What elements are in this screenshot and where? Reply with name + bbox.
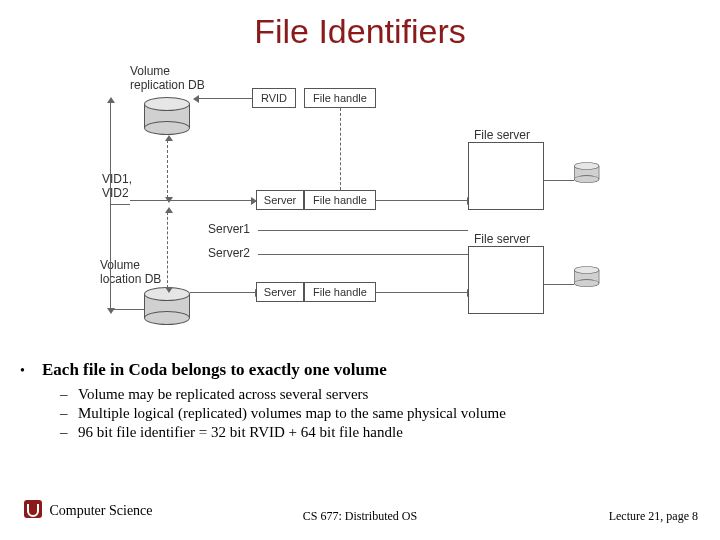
dashed-line bbox=[167, 140, 168, 198]
bullet-sub: 96 bit file identifier = 32 bit RVID + 6… bbox=[60, 424, 700, 441]
bullet-sub: Multiple logical (replicated) volumes ma… bbox=[60, 405, 700, 422]
cylinder-icon bbox=[574, 166, 599, 179]
bullet-list: Each file in Coda belongs to exactly one… bbox=[20, 360, 700, 443]
label-volume-rep-db: Volume replication DB bbox=[130, 64, 220, 93]
cylinder-icon bbox=[144, 104, 190, 128]
file-server-box bbox=[468, 142, 544, 210]
label-server1: Server1 bbox=[208, 222, 250, 236]
cylinder-icon bbox=[144, 294, 190, 318]
server-box: Server bbox=[256, 282, 304, 302]
file-handle-box: File handle bbox=[304, 190, 376, 210]
connector bbox=[110, 204, 111, 309]
dashed-line bbox=[340, 108, 341, 190]
connector bbox=[376, 200, 468, 201]
label-server2: Server2 bbox=[208, 246, 250, 260]
umass-logo-icon bbox=[22, 498, 44, 524]
connector bbox=[258, 254, 468, 255]
file-server-box bbox=[468, 246, 544, 314]
footer-course: CS 677: Distributed OS bbox=[303, 509, 417, 524]
cylinder-icon bbox=[574, 270, 599, 283]
label-vid: VID1, VID2 bbox=[102, 172, 132, 201]
connector bbox=[544, 180, 574, 181]
footer-dept: Computer Science bbox=[50, 503, 153, 519]
footer-lecture: Lecture 21, page 8 bbox=[609, 509, 698, 524]
connector bbox=[110, 204, 130, 205]
label-file-server: File server bbox=[474, 232, 530, 246]
bullet-sub: Volume may be replicated across several … bbox=[60, 386, 700, 403]
connector bbox=[190, 292, 256, 293]
connector bbox=[258, 230, 468, 231]
connector bbox=[110, 309, 144, 310]
slide-title: File Identifiers bbox=[0, 12, 720, 51]
server-box: Server bbox=[256, 190, 304, 210]
bullet-main: Each file in Coda belongs to exactly one… bbox=[20, 360, 700, 380]
slide-footer: Computer Science CS 677: Distributed OS … bbox=[22, 498, 698, 524]
label-file-server: File server bbox=[474, 128, 530, 142]
dashed-line bbox=[167, 212, 168, 288]
connector bbox=[376, 292, 468, 293]
diagram: Volume replication DB RVID File handle V… bbox=[100, 62, 640, 332]
connector bbox=[198, 98, 252, 99]
file-handle-box: File handle bbox=[304, 282, 376, 302]
rvid-box: RVID bbox=[252, 88, 296, 108]
connector bbox=[544, 284, 574, 285]
connector bbox=[130, 200, 252, 201]
file-handle-box: File handle bbox=[304, 88, 376, 108]
